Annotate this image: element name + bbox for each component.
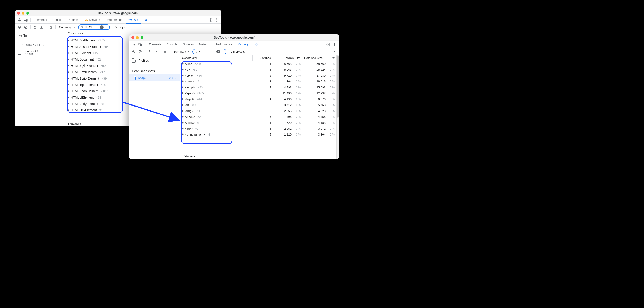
minimize-icon[interactable] <box>22 12 24 14</box>
kebab-icon[interactable] <box>214 17 220 23</box>
close-icon[interactable] <box>17 12 20 14</box>
expand-icon[interactable] <box>182 110 184 112</box>
upload-icon[interactable] <box>147 49 152 54</box>
filter-input[interactable] <box>199 50 215 53</box>
expand-icon[interactable] <box>68 103 69 105</box>
class-filter[interactable]: ✕ <box>192 49 226 54</box>
expand-icon[interactable] <box>68 39 69 42</box>
heap-row[interactable]: <img>×1152 8560 %4 5280 % <box>180 108 336 114</box>
expand-icon[interactable] <box>182 86 184 88</box>
class-filter[interactable]: ✕ <box>78 24 110 30</box>
heap-row[interactable]: <c-wiz>×254960 %4 4560 % <box>180 114 336 120</box>
upload-icon[interactable] <box>32 24 38 30</box>
gc-icon[interactable] <box>162 49 168 54</box>
tab-elements[interactable]: Elements <box>32 16 49 24</box>
expand-icon[interactable] <box>182 98 184 100</box>
minimize-icon[interactable] <box>136 36 139 39</box>
heap-row[interactable]: <span>×105511 4960 %12 9320 % <box>180 90 336 96</box>
zoom-icon[interactable] <box>26 12 29 14</box>
constructor-count: ×16 <box>100 82 106 88</box>
tab-console[interactable]: Console <box>164 41 180 48</box>
expand-icon[interactable] <box>68 58 69 60</box>
col-distance[interactable]: Distance <box>252 55 273 60</box>
clear-icon[interactable] <box>137 49 143 54</box>
expand-icon[interactable] <box>182 104 184 106</box>
inspect-icon[interactable] <box>131 42 136 47</box>
scope-dropdown[interactable]: All objects <box>113 24 130 30</box>
heap-row[interactable]: <body>×347200 %4 1880 % <box>180 120 336 126</box>
expand-icon[interactable] <box>182 92 184 94</box>
expand-icon[interactable] <box>182 116 184 118</box>
tab-console[interactable]: Console <box>50 16 66 24</box>
expand-icon[interactable] <box>68 52 69 54</box>
chevron-down-icon[interactable] <box>334 51 336 52</box>
kebab-icon[interactable] <box>332 42 337 47</box>
expand-icon[interactable] <box>68 109 69 111</box>
scrollbar-thumb[interactable] <box>337 55 339 118</box>
record-icon[interactable] <box>17 24 22 30</box>
heap-row[interactable]: <li>×3563 7120 %5 7680 % <box>180 102 336 108</box>
heap-row[interactable]: <div>×215425 5680 %58 6600 % <box>180 61 336 67</box>
heap-rows[interactable]: <div>×215425 5680 %58 6600 %<a>×5058 268… <box>180 61 336 153</box>
tab-memory[interactable]: Memory <box>126 16 141 24</box>
heap-row[interactable]: <input>×1444 1960 %6 0760 % <box>180 96 336 102</box>
expand-icon[interactable] <box>68 64 69 67</box>
expand-icon[interactable] <box>68 84 69 86</box>
tab-sources[interactable]: Sources <box>181 41 196 48</box>
heap-row[interactable]: <html>×333640 %16 0160 % <box>180 78 336 84</box>
tab-performance[interactable]: Performance <box>213 41 234 48</box>
heap-row[interactable]: <script>×3344 7920 %15 0920 % <box>180 84 336 90</box>
expand-icon[interactable] <box>182 62 184 65</box>
view-dropdown[interactable]: Summary <box>57 24 77 30</box>
gc-icon[interactable] <box>48 24 54 30</box>
more-tabs-button[interactable] <box>252 41 260 48</box>
heap-row[interactable]: <g-menu-item>×851 1200 %3 3040 % <box>180 132 336 137</box>
tab-memory[interactable]: Memory <box>236 41 251 48</box>
snapshot-item[interactable]: Snap… (18.… <box>129 74 180 81</box>
heap-row[interactable]: <style>×5459 7200 %17 0800 % <box>180 72 336 78</box>
chevron-down-icon[interactable] <box>216 26 218 28</box>
expand-icon[interactable] <box>182 127 184 130</box>
inspect-icon[interactable] <box>17 17 22 23</box>
gear-icon[interactable] <box>326 42 331 47</box>
expand-icon[interactable] <box>68 77 69 80</box>
tab-network[interactable]: Network <box>197 41 212 48</box>
expand-icon[interactable] <box>182 133 184 136</box>
col-retained[interactable]: Retained Size <box>302 55 336 60</box>
clear-icon[interactable] <box>23 24 28 30</box>
expand-icon[interactable] <box>182 68 184 71</box>
filter-input[interactable] <box>85 26 98 29</box>
vertical-scrollbar[interactable] <box>336 55 339 159</box>
view-dropdown[interactable]: Summary <box>172 49 192 54</box>
tab-performance[interactable]: Performance <box>103 16 124 24</box>
constructor-header[interactable]: Constructor <box>66 32 85 35</box>
expand-icon[interactable] <box>182 74 184 76</box>
clear-filter-button[interactable]: ✕ <box>216 50 220 54</box>
tab-elements[interactable]: Elements <box>147 41 164 48</box>
expand-icon[interactable] <box>68 46 69 48</box>
scope-dropdown[interactable]: All objects <box>230 49 247 54</box>
device-icon[interactable] <box>137 42 143 47</box>
expand-icon[interactable] <box>68 96 69 98</box>
col-constructor[interactable]: Constructor <box>180 55 252 60</box>
expand-icon[interactable] <box>182 80 184 82</box>
clear-filter-button[interactable]: ✕ <box>100 26 104 29</box>
snapshot-item[interactable]: Snapshot 1 16.0 MB <box>15 48 66 57</box>
zoom-icon[interactable] <box>140 36 143 39</box>
tab-sources[interactable]: Sources <box>66 16 82 24</box>
record-icon[interactable] <box>131 49 136 54</box>
device-icon[interactable] <box>23 17 28 23</box>
tab-network[interactable]: Network <box>83 16 102 24</box>
close-icon[interactable] <box>132 36 134 39</box>
gear-icon[interactable] <box>208 17 213 23</box>
heap-row[interactable]: <a>×5058 2680 %28 3240 % <box>180 67 336 72</box>
download-icon[interactable] <box>153 49 158 54</box>
heap-row[interactable]: <link>×962 0520 %3 9720 % <box>180 126 336 132</box>
more-tabs-button[interactable] <box>142 16 150 24</box>
retainers-header[interactable]: Retainers <box>180 153 336 159</box>
expand-icon[interactable] <box>182 122 184 124</box>
expand-icon[interactable] <box>68 90 69 92</box>
download-icon[interactable] <box>39 24 44 30</box>
col-shallow[interactable]: Shallow Size <box>273 55 302 60</box>
expand-icon[interactable] <box>68 71 69 73</box>
